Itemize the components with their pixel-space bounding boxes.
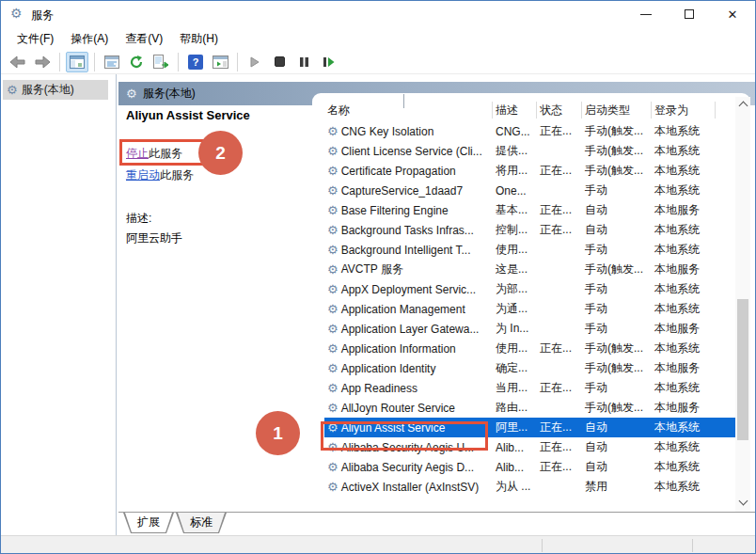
close-button[interactable]: ✕ [716,3,749,25]
stop-service-icon [275,56,285,67]
annotation-badge-1: 1 [256,411,300,455]
service-row[interactable]: ⚙Client License Service (Cli... 提供... 手动… [324,141,735,161]
view-tab-strip: 扩展 标准 [118,512,756,535]
help-button[interactable]: ? [184,52,207,72]
service-gear-icon: ⚙ [327,302,339,316]
toolbar-separator [59,53,60,71]
service-gear-icon: ⚙ [327,144,339,158]
export-list-icon [153,55,169,69]
tab-extended[interactable]: 扩展 [123,513,174,533]
menu-bar: 文件(F) 操作(A) 查看(V) 帮助(H) [1,27,755,50]
menu-action[interactable]: 操作(A) [62,28,117,50]
sort-descending-icon [403,94,404,107]
list-header-row: 名称 描述 状态 启动类型 登录为 [324,99,750,121]
show-action-pane-button[interactable] [209,52,231,72]
service-gear-icon: ⚙ [327,381,339,395]
service-rows: ⚙CNG Key Isolation CNG... 正在... 手动(触发...… [324,121,735,512]
services-window: ⚙ 服务 ✕ 文件(F) 操作(A) 查看(V) 帮助(H) [0,0,756,554]
title-bar: ⚙ 服务 ✕ [1,1,755,27]
scrollbar-thumb[interactable] [737,299,748,440]
restart-service-button[interactable] [317,52,339,72]
properties-button[interactable] [101,52,123,72]
service-gear-icon: ⚙ [327,341,339,356]
service-row[interactable]: ⚙AVCTP 服务 这是... 手动(触发... 本地服务 [324,260,735,279]
service-row[interactable]: ⚙AllJoyn Router Service 路由... 手动(触发... 本… [324,398,735,418]
service-row[interactable]: ⚙Certificate Propagation 将用... 正在... 手动(… [324,161,735,181]
service-row[interactable]: ⚙CNG Key Isolation CNG... 正在... 手动(触发...… [324,121,735,141]
description-value: 阿里云助手 [126,229,309,248]
forward-button[interactable] [31,52,54,72]
list-scrollbar[interactable] [735,97,750,512]
service-row[interactable]: ⚙App Readiness 当用... 正在... 手动 本地系统 [324,378,735,398]
back-icon [9,55,26,69]
description-label: 描述: [126,209,309,229]
back-button[interactable] [7,52,29,72]
service-gear-icon: ⚙ [327,480,339,494]
service-row[interactable]: ⚙Background Intelligent T... 使用... 手动 本地… [324,240,735,260]
service-gear-icon: ⚙ [327,282,339,296]
pause-service-button[interactable] [292,52,315,72]
minimize-icon [640,14,652,15]
toolbar-separator [94,53,95,71]
scroll-up-icon[interactable] [735,97,750,112]
menu-view[interactable]: 查看(V) [117,28,171,50]
close-icon: ✕ [728,8,738,22]
status-bar-divider [542,539,543,552]
restart-service-icon [323,56,335,68]
column-header-name[interactable]: 名称 [324,102,493,119]
service-row[interactable]: ⚙Background Tasks Infras... 控制... 正在... … [324,220,735,240]
panel-header-label: 服务(本地) [143,86,196,102]
column-header-logon-as[interactable]: 登录为 [652,102,716,119]
service-row[interactable]: ⚙Base Filtering Engine 基本... 正在... 自动 本地… [324,200,735,220]
start-service-icon [249,56,260,68]
service-gear-icon: ⚙ [327,322,339,336]
service-row[interactable]: ⚙Application Management 为通... 手动 本地系统 [324,299,735,319]
column-header-description[interactable]: 描述 [493,102,537,119]
show-console-tree-icon [70,55,85,69]
annotation-rect-service-row [321,421,488,451]
service-row[interactable]: ⚙ActiveX Installer (AxInstSV) 为从 ... 禁用 … [324,477,735,497]
show-console-tree-button[interactable] [66,52,88,72]
maximize-icon [685,9,694,19]
service-gear-icon: ⚙ [327,183,339,198]
scroll-down-icon[interactable] [735,495,750,510]
stop-service-button[interactable] [268,52,291,72]
toolbar-separator [178,53,179,71]
menu-file[interactable]: 文件(F) [8,28,62,50]
svg-text:?: ? [193,56,199,68]
status-bar-divider [692,539,693,552]
tree-item-services-local[interactable]: ⚙ 服务(本地) [3,80,108,100]
column-header-status[interactable]: 状态 [537,102,582,119]
service-gear-icon: ⚙ [327,124,339,138]
restart-service-link[interactable]: 重启动 [126,168,160,182]
toolbar-separator [237,53,238,71]
service-gear-icon: ⚙ [327,164,339,178]
service-row[interactable]: ⚙Alibaba Security Aegis D... Alib... 正在.… [324,457,735,477]
service-detail-pane: Aliyun Assist Service 停止此服务 重启动此服务 描述: 阿… [126,103,309,248]
service-row[interactable]: ⚙Application Layer Gatewa... 为 In... 手动 … [324,319,735,339]
services-gear-icon: ⚙ [10,6,23,21]
console-tree-panel: ⚙ 服务(本地) [1,74,117,535]
services-gear-icon: ⚙ [7,83,18,97]
service-gear-icon: ⚙ [327,223,339,237]
minimize-button[interactable] [629,3,663,25]
export-list-button[interactable] [150,52,172,72]
start-service-button[interactable] [244,52,266,72]
refresh-icon [129,55,144,69]
tab-standard[interactable]: 标准 [176,513,227,533]
properties-icon [104,55,119,69]
toolbar: ? [1,50,755,74]
column-header-startup-type[interactable]: 启动类型 [582,102,652,119]
maximize-button[interactable] [672,3,706,25]
service-row[interactable]: ⚙AppX Deployment Servic... 为部... 手动 本地系统 [324,279,735,299]
help-icon: ? [188,55,203,70]
show-action-pane-icon [213,55,228,69]
selected-service-title: Aliyun Assist Service [126,108,309,122]
menu-help[interactable]: 帮助(H) [171,28,227,50]
service-row[interactable]: ⚙Application Information 使用... 正在... 手动(… [324,339,735,358]
refresh-button[interactable] [125,52,148,72]
service-gear-icon: ⚙ [327,262,339,277]
service-row[interactable]: ⚙CaptureService_1daad7 One... 手动 本地系统 [324,181,735,200]
service-row[interactable]: ⚙Application Identity 确定... 手动(触发... 本地服… [324,358,735,378]
column-header-filler [716,102,735,119]
